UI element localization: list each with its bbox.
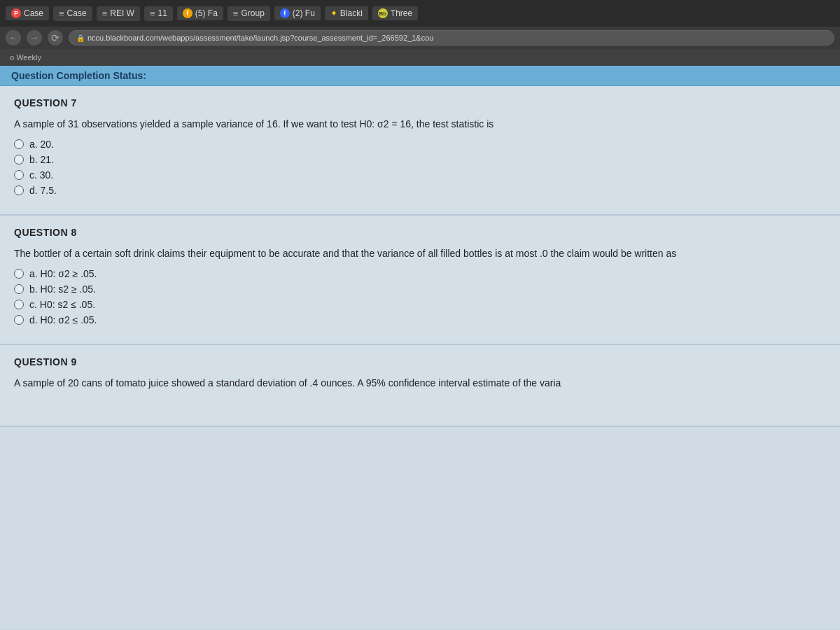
question-7-option-d[interactable]: d. 7.5. [14,185,826,196]
label-q7d: d. 7.5. [29,185,57,196]
tab-icon-fu: f [280,8,290,18]
tab-icon-three: Bb [378,8,388,18]
label-q7a: a. 20. [29,139,54,150]
tab-label-reiw: REI W [110,8,134,18]
tab-label-case2: Case [67,8,87,18]
question-7-title: QUESTION 7 [14,97,826,108]
tab-menu-icon-group: ≡ [233,8,239,19]
tab-11[interactable]: ≡ 11 [144,6,173,21]
question-7-option-c[interactable]: c. 30. [14,169,826,181]
question-7-block: QUESTION 7 A sample of 31 observations y… [0,86,840,216]
label-q7c: c. 30. [29,169,53,181]
radio-q7c[interactable] [14,170,24,180]
question-9-text: A sample of 20 cans of tomato juice show… [14,376,826,391]
question-9-title: QUESTION 9 [14,356,826,368]
radio-q8d[interactable] [14,315,24,325]
question-7-option-b[interactable]: b. 21. [14,154,826,165]
tab-case2[interactable]: ≡ Case [53,6,92,21]
completion-status-banner: Question Completion Status: [0,66,840,86]
tab-group[interactable]: ≡ Group [227,6,270,21]
tab-menu-icon-case2: ≡ [59,8,64,19]
reload-button[interactable]: ⟳ [48,30,63,46]
question-8-block: QUESTION 8 The bottler of a certain soft… [0,216,840,345]
bookmark-weekly-label: o Weekly [10,53,41,62]
bookmark-weekly[interactable]: o Weekly [6,52,46,63]
question-7-text: A sample of 31 observations yielded a sa… [14,117,826,132]
radio-q8b[interactable] [14,284,24,294]
tab-label-group: Group [241,8,264,18]
tab-icon-fa: f [183,8,192,18]
radio-q8c[interactable] [14,300,24,309]
lock-icon: 🔒 [76,34,85,42]
question-7-option-a[interactable]: a. 20. [14,139,826,150]
tab-label-three: Three [391,8,412,18]
tab-menu-icon-reiw: ≡ [102,8,108,19]
tab-15fa[interactable]: f (5) Fa [177,6,223,20]
tab-icon-blacki: ✦ [330,8,337,18]
question-8-option-a[interactable]: a. H0: σ2 ≥ .05. [14,268,826,279]
label-q8a: a. H0: σ2 ≥ .05. [29,268,97,279]
question-8-text: The bottler of a certain soft drink clai… [14,246,826,261]
content-scroll[interactable]: Question Completion Status: QUESTION 7 A… [0,66,840,626]
radio-q7a[interactable] [14,139,24,149]
label-q8b: b. H0: s2 ≥ .05. [29,284,96,295]
completion-status-label: Question Completion Status: [11,70,146,81]
tab-blacki[interactable]: ✦ Blacki [325,6,368,20]
tab-icon-case1: P [11,8,21,18]
page-content: Question Completion Status: QUESTION 7 A… [0,66,840,629]
radio-q7d[interactable] [14,186,24,195]
address-text: nccu.blackboard.com/webapps/assessment/t… [88,34,433,42]
question-8-title: QUESTION 8 [14,227,826,238]
tab-label-case1: Case [24,8,43,18]
question-8-option-c[interactable]: c. H0: s2 ≤ .05. [14,299,826,310]
question-8-option-b[interactable]: b. H0: s2 ≥ .05. [14,284,826,295]
radio-q8a[interactable] [14,269,24,279]
radio-q7b[interactable] [14,155,24,164]
label-q7b: b. 21. [29,154,54,165]
tab-three[interactable]: Bb Three [372,6,418,20]
tab-menu-icon-11: ≡ [150,8,155,19]
tab-reiw[interactable]: ≡ REI W [97,6,140,21]
address-bar-row: ← → ⟳ 🔒 nccu.blackboard.com/webapps/asse… [0,27,840,49]
question-8-option-d[interactable]: d. H0: σ2 ≤ .05. [14,314,826,326]
tab-label-11: 11 [158,8,167,18]
bookmark-bar: o Weekly [0,49,840,66]
address-field[interactable]: 🔒 nccu.blackboard.com/webapps/assessment… [69,30,834,46]
back-button[interactable]: ← [6,30,21,46]
tab-2fu[interactable]: f (2) Fu [274,6,321,20]
forward-button[interactable]: → [27,30,42,46]
tab-label-fu: (2) Fu [293,8,315,18]
label-q8d: d. H0: σ2 ≤ .05. [29,314,97,326]
tab-label-blacki: Blacki [340,8,363,18]
tab-label-fa: (5) Fa [195,8,218,18]
browser-tab-bar[interactable]: P Case ≡ Case ≡ REI W ≡ 11 f (5) Fa ≡ Gr… [0,0,840,27]
tab-case1[interactable]: P Case [6,6,49,20]
label-q8c: c. H0: s2 ≤ .05. [29,299,95,310]
question-9-block: QUESTION 9 A sample of 20 cans of tomato… [0,345,840,427]
